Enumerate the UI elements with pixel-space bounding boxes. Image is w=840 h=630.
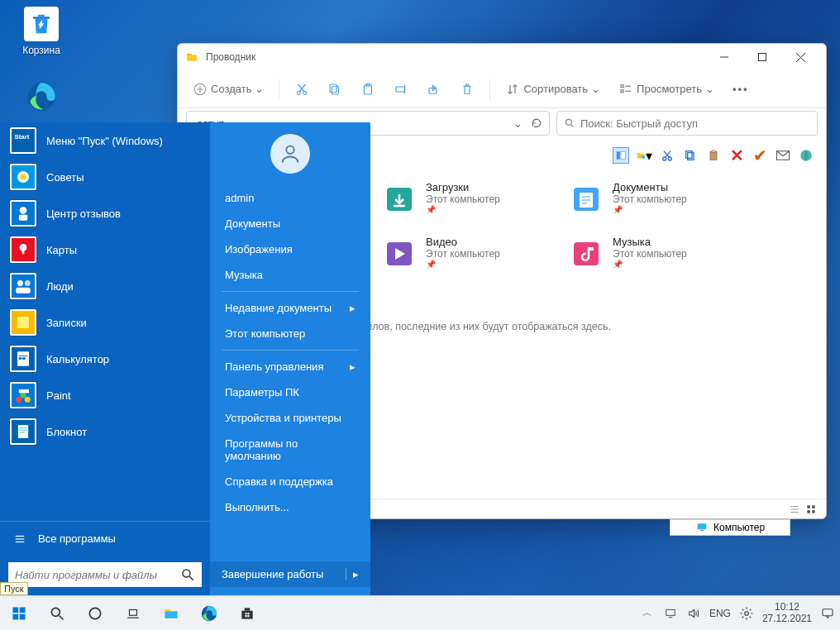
svg-rect-70 bbox=[12, 274, 35, 298]
start-right-item[interactable]: Справка и поддержка bbox=[210, 469, 370, 494]
start-right-item[interactable]: Параметры ПК bbox=[210, 379, 370, 405]
language-indicator[interactable]: ENG bbox=[709, 608, 731, 619]
svg-line-24 bbox=[571, 125, 574, 127]
tray-display-icon[interactable] bbox=[663, 606, 678, 621]
svg-point-94 bbox=[183, 570, 190, 577]
svg-rect-19 bbox=[621, 84, 623, 87]
refresh-icon[interactable] bbox=[531, 117, 542, 130]
paste-button[interactable] bbox=[354, 77, 382, 102]
search-button[interactable] bbox=[38, 596, 76, 630]
computer-panel[interactable]: Компьютер bbox=[670, 519, 790, 536]
close-button[interactable] bbox=[781, 44, 819, 70]
start-app-item[interactable]: StartМеню "Пуск" (Windows) bbox=[0, 122, 210, 159]
arrow-right-icon[interactable]: ▸ bbox=[346, 568, 359, 580]
svg-rect-100 bbox=[20, 613, 26, 619]
recent-docs[interactable]: Недавние документы▸ bbox=[210, 295, 370, 321]
check-icon[interactable]: ✔ bbox=[752, 147, 768, 164]
delete-icon[interactable]: ✕ bbox=[728, 147, 745, 164]
minimize-button[interactable] bbox=[705, 44, 743, 70]
rename-button[interactable] bbox=[387, 77, 415, 102]
new-button[interactable]: Создать ⌄ bbox=[186, 77, 270, 102]
start-app-item[interactable]: Центр отзывов bbox=[0, 195, 210, 231]
tray-overflow[interactable]: ︿ bbox=[640, 606, 655, 621]
arrow-right-icon: ▸ bbox=[350, 360, 356, 373]
mail-icon[interactable] bbox=[775, 147, 791, 164]
start-search-input[interactable] bbox=[15, 569, 180, 581]
more-button[interactable]: ••• bbox=[726, 78, 756, 100]
clock[interactable]: 10:12 27.12.2021 bbox=[762, 602, 812, 625]
folder-icon bbox=[568, 181, 604, 217]
view-details-icon[interactable] bbox=[788, 504, 801, 515]
start-right-item[interactable]: Устройства и принтеры bbox=[210, 405, 370, 431]
action-center-icon[interactable] bbox=[820, 606, 835, 621]
start-app-item[interactable]: Записки bbox=[0, 304, 210, 341]
svg-rect-25 bbox=[617, 151, 620, 159]
maximize-button[interactable] bbox=[743, 44, 781, 70]
taskbar-store[interactable] bbox=[228, 596, 266, 630]
folder-item[interactable]: ЗагрузкиЭтот компьютер📌 bbox=[378, 178, 560, 227]
start-right-item[interactable]: Панель управления▸ bbox=[210, 354, 370, 379]
start-right-item[interactable]: Выполнить... bbox=[210, 494, 370, 520]
user-name[interactable]: admin bbox=[210, 185, 370, 211]
start-button[interactable] bbox=[0, 596, 38, 630]
toolbar: Создать ⌄ Сортировать⌄ Просмотреть⌄ ••• bbox=[178, 70, 826, 108]
svg-rect-2 bbox=[759, 54, 766, 61]
svg-rect-58 bbox=[698, 523, 707, 529]
view-button[interactable]: Просмотреть⌄ bbox=[612, 77, 721, 102]
start-right-item[interactable]: Изображения bbox=[210, 236, 370, 262]
user-avatar[interactable] bbox=[270, 134, 310, 174]
desktop-icon-edge[interactable] bbox=[10, 79, 73, 117]
settings-icon[interactable] bbox=[739, 606, 754, 621]
chevron-down-icon: ⌄ bbox=[255, 83, 264, 95]
this-pc[interactable]: Этот компьютер bbox=[210, 321, 370, 346]
copy-button[interactable] bbox=[321, 77, 349, 102]
start-app-item[interactable]: Люди bbox=[0, 268, 210, 304]
svg-rect-32 bbox=[688, 153, 694, 160]
start-search[interactable] bbox=[8, 562, 202, 587]
copy-icon[interactable] bbox=[682, 147, 699, 164]
taskbar-explorer[interactable] bbox=[152, 596, 190, 630]
folder-item[interactable]: ДокументыЭтот компьютер📌 bbox=[565, 178, 747, 227]
app-icon bbox=[10, 273, 36, 299]
paste-icon[interactable] bbox=[705, 147, 722, 164]
search-icon[interactable] bbox=[180, 567, 195, 582]
start-app-item[interactable]: Блокнот bbox=[0, 413, 210, 450]
start-app-item[interactable]: Paint bbox=[0, 377, 210, 413]
cut-button[interactable] bbox=[288, 77, 316, 102]
delete-button[interactable] bbox=[453, 77, 481, 102]
pin-icon: 📌 bbox=[426, 260, 500, 269]
taskbar-edge[interactable] bbox=[190, 596, 228, 630]
start-app-item[interactable]: Калькулятор bbox=[0, 341, 210, 377]
share-button[interactable] bbox=[420, 77, 448, 102]
search-input[interactable]: Поиск: Быстрый доступ bbox=[556, 111, 818, 136]
svg-rect-99 bbox=[13, 613, 19, 619]
sort-button[interactable]: Сортировать⌄ bbox=[499, 77, 607, 102]
start-app-item[interactable]: Карты bbox=[0, 231, 210, 268]
start-app-item[interactable]: Советы bbox=[0, 159, 210, 195]
cut-icon[interactable] bbox=[659, 147, 675, 164]
volume-icon[interactable] bbox=[686, 606, 701, 621]
start-right-item[interactable]: Музыка bbox=[210, 262, 370, 288]
folder-options-icon[interactable]: ▾ bbox=[636, 147, 652, 164]
pin-icon: 📌 bbox=[613, 205, 687, 214]
pane-icon[interactable] bbox=[613, 147, 629, 164]
pin-icon: 📌 bbox=[613, 260, 687, 269]
folder-item[interactable]: ВидеоЭтот компьютер📌 bbox=[378, 232, 560, 282]
explorer-icon bbox=[184, 50, 199, 64]
chevron-down-icon[interactable]: ⌄ bbox=[513, 117, 523, 130]
shutdown-button[interactable]: Завершение работы▸ bbox=[210, 561, 370, 587]
svg-line-95 bbox=[189, 576, 193, 580]
app-icon bbox=[10, 164, 36, 190]
all-programs[interactable]: Все программы bbox=[0, 521, 210, 556]
view-tiles-icon[interactable] bbox=[804, 504, 818, 515]
start-right-item[interactable]: Программы по умолчанию bbox=[210, 431, 370, 469]
globe-icon[interactable] bbox=[798, 147, 814, 164]
folder-item[interactable]: МузыкаЭтот компьютер📌 bbox=[565, 232, 747, 282]
desktop-icon-recycle[interactable]: Корзина bbox=[10, 7, 73, 56]
window-title: Проводник bbox=[206, 51, 255, 63]
cortana-button[interactable] bbox=[76, 596, 114, 630]
titlebar[interactable]: Проводник bbox=[178, 44, 826, 70]
taskview-button[interactable] bbox=[114, 596, 152, 630]
svg-point-27 bbox=[642, 155, 645, 159]
start-right-item[interactable]: Документы bbox=[210, 211, 370, 236]
